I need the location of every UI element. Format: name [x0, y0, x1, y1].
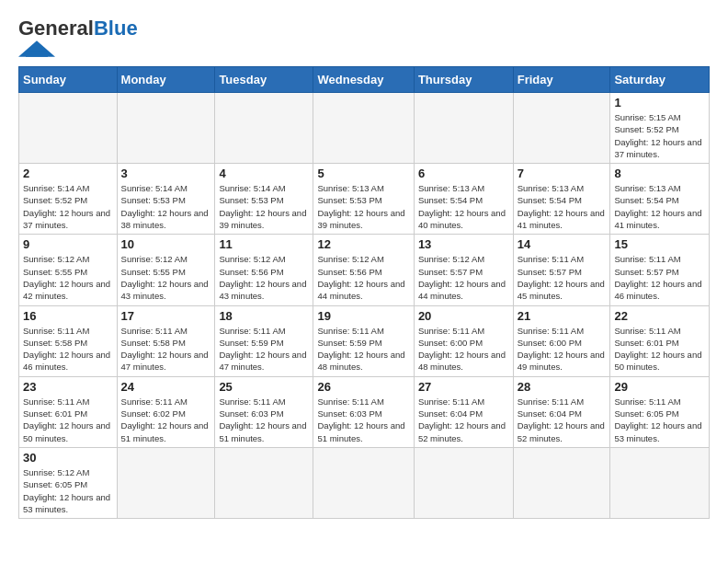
- day-cell: [414, 93, 513, 164]
- day-cell: [414, 447, 513, 518]
- day-number: 3: [121, 167, 211, 180]
- day-info: Sunrise: 5:13 AM Sunset: 5:54 PM Dayligh…: [614, 182, 705, 231]
- day-number: 10: [121, 237, 211, 251]
- day-cell: [215, 93, 313, 164]
- header-saturday: Saturday: [610, 67, 710, 93]
- day-info: Sunrise: 5:13 AM Sunset: 5:53 PM Dayligh…: [317, 182, 409, 231]
- day-cell: 1Sunrise: 5:15 AM Sunset: 5:52 PM Daylig…: [610, 93, 710, 164]
- day-number: 30: [23, 451, 113, 465]
- day-info: Sunrise: 5:12 AM Sunset: 6:05 PM Dayligh…: [23, 466, 113, 515]
- logo-text: GeneralBlue: [18, 18, 138, 39]
- day-number: 23: [23, 380, 113, 394]
- day-info: Sunrise: 5:15 AM Sunset: 5:52 PM Dayligh…: [614, 111, 705, 160]
- day-info: Sunrise: 5:11 AM Sunset: 5:57 PM Dayligh…: [614, 253, 705, 302]
- day-number: 22: [614, 309, 705, 323]
- day-cell: [313, 93, 414, 164]
- week-row-5: 23Sunrise: 5:11 AM Sunset: 6:01 PM Dayli…: [19, 376, 710, 447]
- day-cell: [117, 93, 215, 164]
- logo-blue: Blue: [94, 17, 138, 40]
- header-tuesday: Tuesday: [215, 67, 313, 93]
- day-number: 20: [418, 309, 509, 323]
- day-info: Sunrise: 5:11 AM Sunset: 5:59 PM Dayligh…: [219, 325, 309, 373]
- day-number: 21: [518, 309, 607, 323]
- day-cell: 7Sunrise: 5:13 AM Sunset: 5:54 PM Daylig…: [513, 164, 610, 235]
- day-info: Sunrise: 5:11 AM Sunset: 6:01 PM Dayligh…: [23, 396, 113, 444]
- day-info: Sunrise: 5:14 AM Sunset: 5:52 PM Dayligh…: [23, 182, 113, 231]
- header-monday: Monday: [117, 67, 215, 93]
- week-row-1: 1Sunrise: 5:15 AM Sunset: 5:52 PM Daylig…: [19, 93, 710, 164]
- day-info: Sunrise: 5:12 AM Sunset: 5:55 PM Dayligh…: [121, 253, 211, 302]
- day-number: 26: [317, 380, 409, 394]
- day-info: Sunrise: 5:11 AM Sunset: 6:00 PM Dayligh…: [518, 325, 607, 373]
- day-cell: 3Sunrise: 5:14 AM Sunset: 5:53 PM Daylig…: [117, 164, 215, 235]
- day-info: Sunrise: 5:11 AM Sunset: 6:05 PM Dayligh…: [614, 396, 705, 444]
- day-cell: 28Sunrise: 5:11 AM Sunset: 6:04 PM Dayli…: [513, 376, 610, 447]
- day-info: Sunrise: 5:12 AM Sunset: 5:57 PM Dayligh…: [418, 253, 509, 302]
- day-cell: 17Sunrise: 5:11 AM Sunset: 5:58 PM Dayli…: [117, 305, 215, 376]
- day-cell: 13Sunrise: 5:12 AM Sunset: 5:57 PM Dayli…: [414, 235, 513, 305]
- day-number: 17: [121, 309, 211, 323]
- header: GeneralBlue: [18, 18, 710, 57]
- svg-rect-1: [26, 51, 48, 56]
- day-number: 28: [518, 380, 607, 394]
- day-info: Sunrise: 5:11 AM Sunset: 6:00 PM Dayligh…: [418, 325, 509, 373]
- header-friday: Friday: [513, 67, 610, 93]
- day-number: 16: [23, 309, 113, 323]
- day-cell: 24Sunrise: 5:11 AM Sunset: 6:02 PM Dayli…: [117, 376, 215, 447]
- day-info: Sunrise: 5:12 AM Sunset: 5:56 PM Dayligh…: [317, 253, 409, 302]
- day-cell: 22Sunrise: 5:11 AM Sunset: 6:01 PM Dayli…: [610, 305, 710, 376]
- day-cell: 30Sunrise: 5:12 AM Sunset: 6:05 PM Dayli…: [19, 447, 118, 518]
- calendar: SundayMondayTuesdayWednesdayThursdayFrid…: [18, 66, 710, 519]
- day-number: 12: [317, 237, 409, 251]
- day-cell: [19, 93, 118, 164]
- day-info: Sunrise: 5:11 AM Sunset: 6:04 PM Dayligh…: [418, 396, 509, 444]
- day-cell: 4Sunrise: 5:14 AM Sunset: 5:53 PM Daylig…: [215, 164, 313, 235]
- day-number: 1: [614, 96, 705, 109]
- day-info: Sunrise: 5:12 AM Sunset: 5:55 PM Dayligh…: [23, 253, 113, 302]
- day-info: Sunrise: 5:13 AM Sunset: 5:54 PM Dayligh…: [418, 182, 509, 231]
- day-cell: [117, 447, 215, 518]
- day-cell: 23Sunrise: 5:11 AM Sunset: 6:01 PM Dayli…: [19, 376, 118, 447]
- day-info: Sunrise: 5:11 AM Sunset: 5:57 PM Dayligh…: [518, 253, 607, 302]
- day-number: 11: [219, 237, 309, 251]
- logo-general: General: [18, 17, 94, 40]
- day-cell: [513, 93, 610, 164]
- day-info: Sunrise: 5:11 AM Sunset: 5:58 PM Dayligh…: [121, 325, 211, 373]
- day-info: Sunrise: 5:13 AM Sunset: 5:54 PM Dayligh…: [518, 182, 607, 231]
- day-cell: 8Sunrise: 5:13 AM Sunset: 5:54 PM Daylig…: [610, 164, 710, 235]
- day-number: 19: [317, 309, 409, 323]
- day-cell: [513, 447, 610, 518]
- day-cell: 26Sunrise: 5:11 AM Sunset: 6:03 PM Dayli…: [313, 376, 414, 447]
- day-number: 24: [121, 380, 211, 394]
- day-cell: [313, 447, 414, 518]
- day-number: 25: [219, 380, 309, 394]
- calendar-header-row: SundayMondayTuesdayWednesdayThursdayFrid…: [19, 67, 710, 93]
- day-cell: 29Sunrise: 5:11 AM Sunset: 6:05 PM Dayli…: [610, 376, 710, 447]
- header-wednesday: Wednesday: [313, 67, 414, 93]
- day-info: Sunrise: 5:11 AM Sunset: 5:58 PM Dayligh…: [23, 325, 113, 373]
- day-number: 27: [418, 380, 509, 394]
- day-number: 15: [614, 237, 705, 251]
- day-number: 29: [614, 380, 705, 394]
- day-info: Sunrise: 5:14 AM Sunset: 5:53 PM Dayligh…: [219, 182, 309, 231]
- day-info: Sunrise: 5:11 AM Sunset: 6:02 PM Dayligh…: [121, 396, 211, 444]
- day-number: 6: [418, 167, 509, 180]
- day-number: 13: [418, 237, 509, 251]
- day-number: 18: [219, 309, 309, 323]
- week-row-2: 2Sunrise: 5:14 AM Sunset: 5:52 PM Daylig…: [19, 164, 710, 235]
- day-cell: 6Sunrise: 5:13 AM Sunset: 5:54 PM Daylig…: [414, 164, 513, 235]
- day-number: 2: [23, 167, 113, 180]
- day-cell: 19Sunrise: 5:11 AM Sunset: 5:59 PM Dayli…: [313, 305, 414, 376]
- day-cell: 11Sunrise: 5:12 AM Sunset: 5:56 PM Dayli…: [215, 235, 313, 305]
- day-number: 9: [23, 237, 113, 251]
- day-info: Sunrise: 5:11 AM Sunset: 6:01 PM Dayligh…: [614, 325, 705, 373]
- day-cell: 14Sunrise: 5:11 AM Sunset: 5:57 PM Dayli…: [513, 235, 610, 305]
- day-info: Sunrise: 5:11 AM Sunset: 6:03 PM Dayligh…: [219, 396, 309, 444]
- header-sunday: Sunday: [19, 67, 118, 93]
- week-row-6: 30Sunrise: 5:12 AM Sunset: 6:05 PM Dayli…: [19, 447, 710, 518]
- day-info: Sunrise: 5:11 AM Sunset: 6:04 PM Dayligh…: [518, 396, 607, 444]
- day-cell: 15Sunrise: 5:11 AM Sunset: 5:57 PM Dayli…: [610, 235, 710, 305]
- week-row-3: 9Sunrise: 5:12 AM Sunset: 5:55 PM Daylig…: [19, 235, 710, 305]
- day-number: 14: [518, 237, 607, 251]
- day-cell: 20Sunrise: 5:11 AM Sunset: 6:00 PM Dayli…: [414, 305, 513, 376]
